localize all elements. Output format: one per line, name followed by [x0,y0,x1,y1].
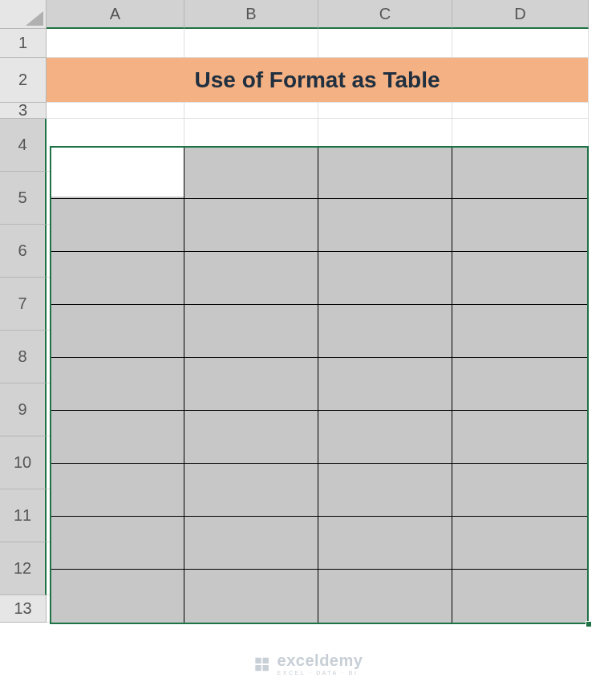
cell-C9[interactable] [318,383,452,436]
cell-A3[interactable] [47,103,184,119]
cell-C10[interactable] [318,436,452,489]
cell-C5[interactable] [318,172,452,225]
cell-D6[interactable] [452,225,589,278]
cell-A12[interactable] [47,542,184,595]
row-header-6[interactable]: 6 [0,225,47,278]
row-header-7[interactable]: 7 [0,278,47,331]
cell-A10[interactable] [47,436,184,489]
select-all-corner[interactable] [0,0,47,29]
cell-C3[interactable] [318,103,452,119]
cell-D5[interactable] [452,172,589,225]
cell-B12[interactable] [184,542,318,595]
row-header-12[interactable]: 12 [0,542,47,595]
cell-D12[interactable] [452,542,589,595]
cell-A13[interactable] [47,595,184,623]
cell-B4[interactable] [184,119,318,172]
cell-B10[interactable] [184,436,318,489]
cell-D1[interactable] [452,29,589,58]
cell-C12[interactable] [318,542,452,595]
row-header-9[interactable]: 9 [0,383,47,436]
row-header-13[interactable]: 13 [0,595,47,623]
cell-D4[interactable] [452,119,589,172]
cell-D7[interactable] [452,278,589,331]
row-header-10[interactable]: 10 [0,436,47,489]
row-header-1[interactable]: 1 [0,29,47,58]
cell-A6[interactable] [47,225,184,278]
exceldemy-logo-icon [253,655,271,673]
cell-B13[interactable] [184,595,318,623]
cell-D9[interactable] [452,383,589,436]
cell-B8[interactable] [184,331,318,383]
col-header-D[interactable]: D [452,0,589,29]
cell-B3[interactable] [184,103,318,119]
col-header-A[interactable]: A [47,0,184,29]
row-header-2[interactable]: 2 [0,58,47,103]
cell-A7[interactable] [47,278,184,331]
cell-C13[interactable] [318,595,452,623]
cell-C7[interactable] [318,278,452,331]
cell-C6[interactable] [318,225,452,278]
watermark-tagline: EXCEL · DATA · BI [278,670,363,676]
col-header-B[interactable]: B [184,0,318,29]
row-header-3[interactable]: 3 [0,103,47,119]
watermark-name: exceldemy [278,652,363,668]
title-banner[interactable]: Use of Format as Table [47,58,589,103]
cell-B5[interactable] [184,172,318,225]
cell-A9[interactable] [47,383,184,436]
cell-B6[interactable] [184,225,318,278]
cell-A1[interactable] [47,29,184,58]
cell-C8[interactable] [318,331,452,383]
cell-A11[interactable] [47,489,184,542]
cell-A5[interactable] [47,172,184,225]
cell-C4[interactable] [318,119,452,172]
spreadsheet-grid[interactable]: A B C D 1 2 Use of Format as Table 3 4 5… [0,0,616,623]
row-header-5[interactable]: 5 [0,172,47,225]
cell-A4[interactable] [47,119,184,172]
cell-D3[interactable] [452,103,589,119]
col-header-C[interactable]: C [318,0,452,29]
cell-C11[interactable] [318,489,452,542]
row-header-4[interactable]: 4 [0,119,47,172]
row-header-8[interactable]: 8 [0,331,47,383]
cell-B1[interactable] [184,29,318,58]
cell-B11[interactable] [184,489,318,542]
cell-D13[interactable] [452,595,589,623]
cell-B9[interactable] [184,383,318,436]
cell-D10[interactable] [452,436,589,489]
cell-D8[interactable] [452,331,589,383]
watermark: exceldemy EXCEL · DATA · BI [253,652,363,676]
cell-D11[interactable] [452,489,589,542]
cell-C1[interactable] [318,29,452,58]
cell-B7[interactable] [184,278,318,331]
row-header-11[interactable]: 11 [0,489,47,542]
cell-A8[interactable] [47,331,184,383]
